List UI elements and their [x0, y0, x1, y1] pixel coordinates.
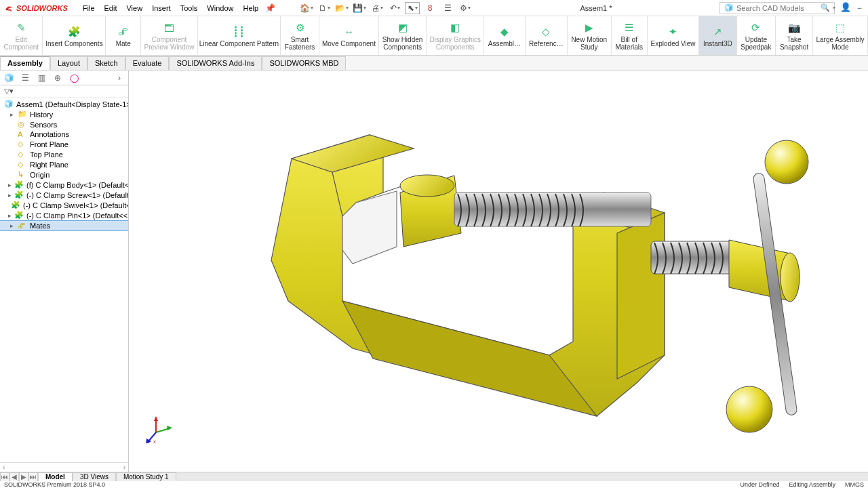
feature-tree-icon[interactable]: 🧊	[3, 72, 15, 84]
tab-evaluate[interactable]: Evaluate	[125, 56, 170, 70]
tree-item[interactable]: ◇Right Plane	[0, 159, 128, 169]
tree-item[interactable]: ◎Sensors	[0, 119, 128, 129]
tree-item[interactable]: ▸📁History	[0, 109, 128, 119]
search-input[interactable]	[736, 4, 818, 12]
first-tab-icon[interactable]: ⏮	[0, 472, 9, 482]
status-units[interactable]: MMGS	[845, 481, 864, 488]
expand-icon[interactable]: ▸	[8, 212, 12, 219]
home-icon[interactable]: 🏠▾	[299, 2, 314, 14]
tree-item[interactable]: ◇Front Plane	[0, 139, 128, 149]
tree-item[interactable]: ▸🧩(f) C Clamp Body<1> (Default<<	[0, 180, 128, 190]
ribbon-exploded-view[interactable]: ✦Exploded View	[648, 16, 699, 55]
app-logo: SOLIDWORKS	[4, 3, 68, 13]
tree-item[interactable]: ▸🧩(-) C Clamp Screw<1> (Default<	[0, 190, 128, 200]
minimize-icon[interactable]: －	[855, 2, 864, 14]
user-icon[interactable]: 👤	[840, 2, 851, 14]
config-mgr-icon[interactable]: ▥	[35, 72, 47, 84]
tree-icon: 🧩	[14, 180, 24, 189]
filter-row[interactable]: ▽▾	[0, 85, 128, 98]
menu-view[interactable]: View	[122, 3, 146, 14]
ribbon-linear-component-pattern[interactable]: ┋┋Linear Component Pattern	[198, 16, 281, 55]
tree-item[interactable]: ↳Origin	[0, 169, 128, 180]
next-tab-icon[interactable]: ▶	[19, 472, 28, 482]
view-triad[interactable]: x	[142, 416, 172, 445]
quick-access-toolbar: 🏠▾ 🗋▾ 📂▾ 💾▾ 🖨▾ ↶▾ ⬉▾ 8 ☰ ⚙▾	[299, 2, 473, 14]
tree-label: (-) C Clamp Screw<1> (Default<	[26, 191, 128, 199]
ribbon-large-assembly-mode[interactable]: ⬚Large Assembly Mode	[813, 16, 868, 55]
ribbon-bill-of-materials[interactable]: ☰Bill of Materials	[612, 16, 648, 55]
ribbon-referenc-[interactable]: ◇Referenc…	[526, 16, 568, 55]
options-icon[interactable]: ☰	[440, 2, 455, 14]
ribbon-icon: ◇	[538, 24, 553, 39]
pin-icon[interactable]: 📌	[262, 2, 277, 14]
tree-item[interactable]: ▸🖇Mates	[0, 220, 128, 231]
ribbon: ✎Edit Component🧩Insert Components🖇Mate🗔C…	[0, 16, 868, 56]
property-mgr-icon[interactable]: ☰	[19, 72, 31, 84]
expand-icon[interactable]: ▸	[8, 192, 12, 199]
tree-item[interactable]: ▸🧩(-) C Clamp Pin<1> (Default<<De	[0, 210, 128, 220]
search-caret-icon[interactable]: ▾	[833, 5, 835, 11]
open-icon[interactable]: 📂▾	[334, 2, 349, 14]
save-icon[interactable]: 💾▾	[352, 2, 367, 14]
status-defined: Under Defined	[740, 481, 779, 488]
ribbon-label: Edit Component	[3, 36, 39, 51]
ribbon-take-snapshot[interactable]: 📷Take Snapshot	[776, 16, 813, 55]
svg-marker-10	[154, 416, 158, 421]
tree-icon: 🖇	[18, 222, 27, 230]
tab-sketch[interactable]: Sketch	[87, 56, 125, 70]
menu-help[interactable]: Help	[239, 3, 262, 14]
menu-file[interactable]: File	[79, 3, 99, 14]
tab-solidworks-add-ins[interactable]: SOLIDWORKS Add-Ins	[169, 56, 262, 70]
bottom-tab-model[interactable]: Model	[38, 472, 73, 482]
ribbon-insert-components[interactable]: 🧩Insert Components	[43, 16, 106, 55]
menu-edit[interactable]: Edit	[100, 3, 121, 14]
ribbon-display-graphics-components: ◧Display Graphics Components	[427, 16, 484, 55]
expand-icon[interactable]: ▸	[8, 222, 15, 229]
last-tab-icon[interactable]: ⏭	[28, 472, 38, 482]
prev-tab-icon[interactable]: ◀	[9, 472, 19, 482]
rebuild-icon[interactable]: 8	[422, 2, 437, 14]
display-mgr-icon[interactable]: ◯	[68, 72, 80, 84]
dimxpert-icon[interactable]: ⊕	[52, 72, 64, 84]
ribbon-update-speedpak[interactable]: ⟳Update Speedpak	[737, 16, 776, 55]
ribbon-instant-d[interactable]: ↗Instant3D	[699, 16, 736, 55]
tree-icon: 🧩	[14, 211, 24, 220]
tree-item[interactable]: ◇Top Plane	[0, 149, 128, 159]
tab-solidworks-mbd[interactable]: SOLIDWORKS MBD	[262, 56, 346, 70]
undo-icon[interactable]: ↶▾	[387, 2, 402, 14]
print-icon[interactable]: 🖨▾	[370, 2, 384, 14]
ribbon-assembl-[interactable]: ◆Assembl…	[484, 16, 525, 55]
tree-root[interactable]: 🧊 Assem1 (Default<Display State-1>)	[0, 99, 128, 109]
bottom-tab-motion-study-1[interactable]: Motion Study 1	[116, 472, 176, 482]
ribbon-icon: ◆	[497, 24, 512, 39]
new-icon[interactable]: 🗋▾	[317, 2, 332, 14]
menu-window[interactable]: Window	[203, 3, 237, 14]
ribbon-show-hidden-components[interactable]: ◩Show Hidden Components	[379, 16, 427, 55]
panel-expand-icon[interactable]: ›	[113, 72, 125, 84]
expand-icon[interactable]: ▸	[8, 111, 15, 118]
search-box[interactable]: 🧊 🔍 ▾	[719, 2, 835, 14]
settings-icon[interactable]: ⚙▾	[458, 2, 473, 14]
viewport[interactable]: x	[129, 70, 868, 472]
tab-assembly[interactable]: Assembly	[0, 56, 50, 70]
tree-item[interactable]: AAnnotations	[0, 129, 128, 139]
tree-label: (f) C Clamp Body<1> (Default<<	[26, 181, 128, 189]
select-icon[interactable]: ⬉▾	[405, 2, 420, 14]
tab-layout[interactable]: Layout	[50, 56, 87, 70]
expand-icon[interactable]: ▸	[8, 182, 12, 188]
panel-tabs: 🧊 ☰ ▥ ⊕ ◯ ›	[0, 70, 128, 85]
ribbon-smart-fasteners[interactable]: ⚙Smart Fasteners	[281, 16, 319, 55]
ribbon-icon: ┋┋	[231, 24, 246, 39]
bottom-tab-3d-views[interactable]: 3D Views	[73, 472, 116, 482]
ribbon-icon: ✦	[666, 24, 681, 39]
menu-insert[interactable]: Insert	[148, 3, 175, 14]
search-scope-icon[interactable]: 🧊	[724, 3, 734, 12]
search-icon[interactable]: 🔍	[821, 3, 830, 12]
panel-scroll[interactable]: ‹›	[0, 462, 128, 472]
ribbon-move-component[interactable]: ↔Move Component	[319, 16, 379, 55]
ribbon-new-motion-study[interactable]: ▶New Motion Study	[568, 16, 611, 55]
menu-tools[interactable]: Tools	[176, 3, 202, 14]
ribbon-label: Referenc…	[529, 40, 564, 47]
ribbon-mate[interactable]: 🖇Mate	[106, 16, 141, 55]
tree-item[interactable]: 🧩(-) C Clamp Swivel<1> (Default<	[0, 200, 128, 210]
